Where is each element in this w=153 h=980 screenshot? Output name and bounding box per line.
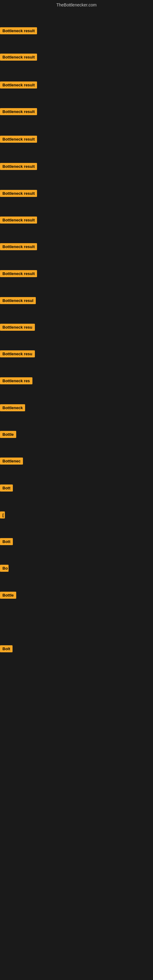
bottleneck-badge: Bottleneck result (0, 54, 37, 60)
bottleneck-result-item: Bottleneck result (0, 270, 37, 278)
bottleneck-result-item: Bottleneck result (0, 163, 37, 171)
bottleneck-result-item: Bottleneck resu (0, 324, 35, 332)
bottleneck-result-item: Bottlenec (0, 458, 23, 466)
bottleneck-result-item: Bolt (0, 645, 13, 654)
bottleneck-badge: Bottleneck result (0, 27, 37, 34)
bottleneck-badge: Bottleneck result (0, 136, 37, 143)
bottleneck-result-item: Bottleneck result (0, 54, 37, 62)
bottleneck-badge: Bottleneck result (0, 216, 37, 224)
bottleneck-result-item: Bott (0, 485, 13, 493)
bottleneck-result-item: Bottle (0, 592, 16, 600)
bottleneck-badge: Bottleneck resul (0, 297, 36, 304)
bottleneck-result-item: Bottleneck resu (0, 350, 35, 359)
bottleneck-result-item: Bottleneck resul (0, 297, 36, 305)
bottleneck-result-item: Bottleneck result (0, 27, 37, 35)
bottleneck-result-item: Bottleneck result (0, 136, 37, 144)
bottleneck-badge: Bott (0, 538, 13, 545)
bottleneck-badge: Bottleneck result (0, 243, 37, 250)
bottleneck-result-item: Bottleneck res (0, 377, 32, 385)
site-title: TheBottlenecker.com (0, 0, 153, 10)
bottleneck-badge: Bottleneck result (0, 190, 37, 197)
bottleneck-badge: Bottleneck result (0, 108, 37, 115)
bottleneck-badge: [ (0, 511, 5, 519)
bottleneck-badge: Bolt (0, 645, 13, 652)
bottleneck-badge: Bottleneck (0, 404, 25, 411)
bottleneck-badge: Bottleneck resu (0, 350, 35, 357)
bottleneck-result-item: Bottleneck result (0, 81, 37, 90)
bottleneck-result-item: Bottleneck result (0, 243, 37, 251)
bottleneck-result-item: Bottleneck result (0, 216, 37, 225)
bottleneck-badge: Bottleneck res (0, 377, 32, 384)
bottleneck-badge: Bottleneck result (0, 270, 37, 277)
bottleneck-result-item: Bottleneck result (0, 108, 37, 116)
bottleneck-badge: Bottleneck resu (0, 324, 35, 331)
bottleneck-result-item: Bottleneck result (0, 190, 37, 198)
bottleneck-badge: Bottleneck result (0, 81, 37, 89)
bottleneck-result-item: Bott (0, 538, 13, 546)
bottleneck-result-item: Bottle (0, 431, 16, 439)
bottleneck-badge: Bottlenec (0, 458, 23, 465)
bottleneck-badge: Bott (0, 485, 13, 492)
bottleneck-result-item: Bo (0, 565, 9, 573)
bottleneck-badge: Bottle (0, 431, 16, 438)
bottleneck-badge: Bottle (0, 592, 16, 599)
bottleneck-result-item: Bottleneck (0, 404, 25, 412)
bottleneck-badge: Bottleneck result (0, 163, 37, 170)
bottleneck-badge: Bo (0, 565, 9, 572)
bottleneck-result-item: [ (0, 511, 5, 520)
